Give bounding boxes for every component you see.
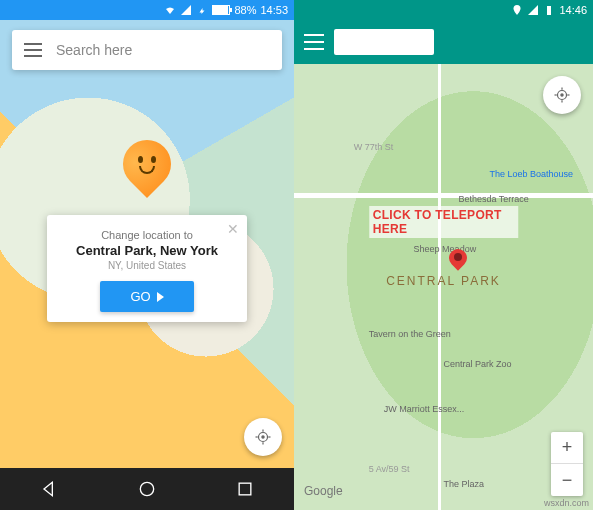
- watermark: wsxdn.com: [544, 498, 589, 508]
- battery-icon: [212, 5, 230, 15]
- my-location-button[interactable]: [244, 418, 282, 456]
- my-location-button[interactable]: [543, 76, 581, 114]
- statusbar-left: 88% 14:53: [0, 0, 294, 20]
- clock: 14:53: [260, 4, 288, 16]
- svg-point-1: [262, 436, 264, 438]
- google-attribution: Google: [304, 484, 343, 498]
- poi-label: Central Park Zoo: [444, 359, 512, 369]
- svg-rect-8: [547, 6, 551, 15]
- app-toolbar: [294, 20, 593, 64]
- close-icon[interactable]: ✕: [227, 221, 239, 237]
- go-button[interactable]: GO: [100, 281, 193, 312]
- android-navbar: Google: [0, 468, 294, 510]
- poi-label: Bethesda Terrace: [458, 194, 528, 204]
- menu-icon[interactable]: [304, 34, 324, 50]
- svg-point-6: [140, 482, 153, 495]
- park-label: CENTRAL PARK: [386, 274, 501, 288]
- map-area-right[interactable]: W 77th St The Loeb Boathouse Bethesda Te…: [294, 64, 593, 510]
- svg-rect-7: [239, 483, 251, 495]
- search-placeholder: Search here: [56, 42, 132, 58]
- clock: 14:46: [559, 4, 587, 16]
- location-pin[interactable]: [123, 140, 171, 200]
- teleport-button[interactable]: CLICK TO TELEPORT HERE: [369, 206, 519, 238]
- zoom-in-button[interactable]: +: [551, 432, 583, 464]
- popup-subtitle: NY, United States: [57, 260, 237, 271]
- signal-icon: [527, 4, 539, 16]
- toolbar-input[interactable]: [334, 29, 434, 55]
- zoom-out-button[interactable]: −: [551, 464, 583, 496]
- recents-button[interactable]: [235, 479, 255, 499]
- location-icon: [511, 4, 523, 16]
- battery-percent: 88%: [234, 4, 256, 16]
- home-button[interactable]: [137, 479, 157, 499]
- svg-point-10: [561, 94, 563, 96]
- popup-caption: Change location to: [57, 229, 237, 241]
- go-button-label: GO: [130, 289, 150, 304]
- screenshot-left: 88% 14:53 Search here ✕ Change location …: [0, 0, 294, 510]
- map-area-left[interactable]: Search here ✕ Change location to Central…: [0, 20, 294, 468]
- popup-title: Central Park, New York: [57, 243, 237, 258]
- back-button[interactable]: [39, 479, 59, 499]
- screenshot-right: 14:46 W 77th St The Loeb Boathouse Bethe…: [294, 0, 593, 510]
- search-bar[interactable]: Search here: [12, 30, 282, 70]
- battery-charging-icon: [196, 4, 208, 16]
- location-popup: ✕ Change location to Central Park, New Y…: [47, 215, 247, 322]
- poi-label: The Loeb Boathouse: [489, 169, 573, 179]
- statusbar-right: 14:46: [294, 0, 593, 20]
- map-pin[interactable]: [449, 249, 467, 275]
- crosshair-icon: [254, 428, 272, 446]
- poi-label: Tavern on the Green: [369, 329, 451, 339]
- poi-label: 5 Av/59 St: [369, 464, 410, 474]
- signal-icon: [180, 4, 192, 16]
- battery-icon: [543, 4, 555, 16]
- wifi-icon: [164, 4, 176, 16]
- poi-label: The Plaza: [444, 479, 485, 489]
- play-icon: [157, 292, 164, 302]
- poi-label: W 77th St: [354, 142, 394, 152]
- menu-icon[interactable]: [24, 43, 42, 57]
- crosshair-icon: [553, 86, 571, 104]
- poi-label: JW Marriott Essex...: [384, 404, 465, 414]
- zoom-controls: + −: [551, 432, 583, 496]
